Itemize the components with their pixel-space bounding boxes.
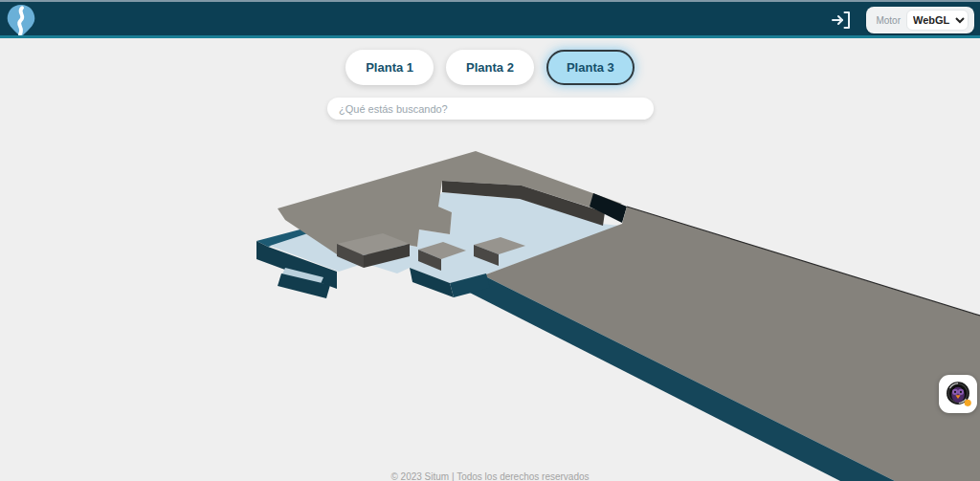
- floor-map-3d[interactable]: [0, 38, 980, 481]
- header-right: Motor WebGL: [828, 7, 974, 33]
- footer-copyright: © 2023 Situm | Todos los derechos reserv…: [0, 471, 980, 481]
- widget-notification-badge: [965, 400, 971, 406]
- map-wing-roof: [483, 207, 980, 481]
- extension-widget-button[interactable]: [939, 375, 977, 413]
- engine-label: Motor: [876, 15, 901, 26]
- situm-logo[interactable]: [5, 4, 37, 38]
- engine-select[interactable]: WebGL: [906, 10, 969, 31]
- sign-in-icon[interactable]: [828, 8, 853, 33]
- header: Motor WebGL: [0, 0, 980, 38]
- winding-road-glyph: [19, 8, 22, 34]
- engine-selector: Motor WebGL: [866, 7, 974, 33]
- penguin-avatar-icon: [942, 378, 974, 410]
